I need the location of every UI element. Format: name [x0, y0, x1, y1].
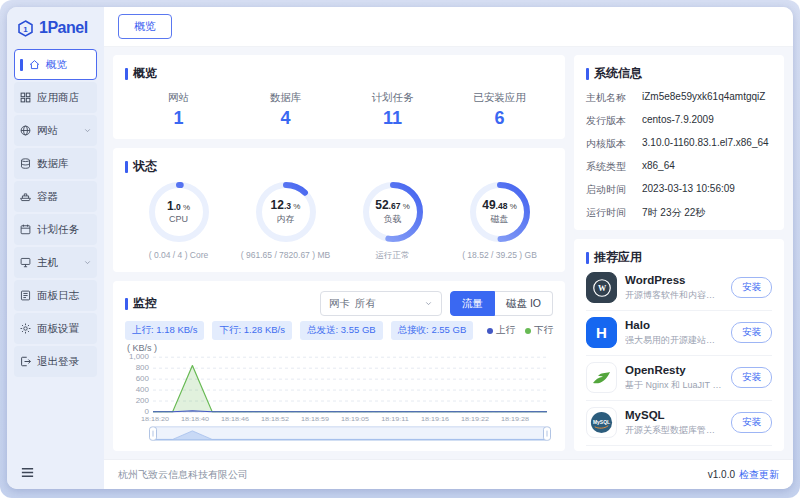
- gauge-label: 负载: [384, 213, 402, 226]
- logo-text: 1Panel: [39, 19, 88, 37]
- install-button[interactable]: 安装: [731, 412, 772, 433]
- logout-icon: [19, 355, 32, 368]
- system-info-label: 启动时间: [586, 183, 642, 197]
- app-window: 1 1Panel 概览应用商店网站数据库容器计划任务主机面板日志面板设置退出登录…: [0, 0, 800, 498]
- collapse-sidebar-button[interactable]: [20, 465, 35, 480]
- traffic-button[interactable]: 流量: [450, 291, 495, 316]
- app-name: MySQL: [625, 409, 723, 421]
- sidebar-item-panel-logs[interactable]: 面板日志: [14, 280, 97, 311]
- svg-text:18:18:20: 18:18:20: [141, 416, 169, 422]
- svg-text:18:19:22: 18:19:22: [461, 416, 489, 422]
- container-icon: [19, 190, 32, 203]
- mysql-logo: MySQL: [586, 407, 617, 438]
- system-info-row: 启动时间 2023-03-13 10:56:09: [586, 183, 772, 197]
- app-item-halo: H Halo 强大易用的开源建站工具 安装: [586, 311, 772, 356]
- system-info-label: 主机名称: [586, 91, 642, 105]
- host-icon: [19, 256, 32, 269]
- website-icon: [19, 124, 32, 137]
- home-icon: [28, 58, 41, 71]
- legend-item-下行[interactable]: 下行: [525, 324, 553, 337]
- check-update-link[interactable]: 检查更新: [739, 469, 779, 480]
- svg-text:W: W: [597, 284, 606, 293]
- sidebar: 1 1Panel 概览应用商店网站数据库容器计划任务主机面板日志面板设置退出登录: [7, 7, 104, 489]
- monitor-tags-row: 上行: 1.18 KB/s下行: 1.28 KB/s总发送: 3.55 GB总接…: [125, 322, 553, 339]
- title-bar-icon: [125, 68, 128, 80]
- cron-icon: [19, 223, 32, 236]
- content: 概览 网站 1数据库 4计划任务 11已安装应用 6 状态: [104, 47, 793, 459]
- sidebar-item-host[interactable]: 主机: [14, 247, 97, 278]
- sidebar-item-container[interactable]: 容器: [14, 181, 97, 212]
- sidebar-item-database[interactable]: 数据库: [14, 148, 97, 179]
- sidebar-item-label: 容器: [37, 190, 58, 204]
- monitor-mode-switch: 流量 磁盘 IO: [450, 291, 553, 316]
- app-description: 强大易用的开源建站工具: [625, 334, 723, 347]
- install-button[interactable]: 安装: [731, 367, 772, 388]
- main-area: 概览 概览 网站 1数据库 4计划任务 11已安装应用 6: [104, 7, 793, 489]
- sidebar-item-app-store[interactable]: 应用商店: [14, 82, 97, 113]
- traffic-tag: 总接收: 2.55 GB: [391, 321, 474, 340]
- system-info-label: 发行版本: [586, 114, 642, 128]
- status-gauge: 52.67 % 负载 运行正常: [339, 180, 446, 262]
- traffic-tags: 上行: 1.18 KB/s下行: 1.28 KB/s总发送: 3.55 GB总接…: [125, 321, 473, 340]
- network-select-value: 所有: [355, 297, 376, 311]
- recommended-apps-title: 推荐应用: [586, 249, 772, 266]
- gauge-value: 49.48 %: [482, 199, 517, 211]
- system-info-label: 内核版本: [586, 137, 642, 151]
- system-info-row: 系统类型 x86_64: [586, 160, 772, 174]
- status-gauges: 1.0 % CPU ( 0.04 / 4 ) Core 12.3 % 内存 ( …: [125, 180, 553, 262]
- sidebar-item-label: 面板设置: [37, 322, 79, 336]
- sidebar-item-cron-jobs[interactable]: 计划任务: [14, 214, 97, 245]
- stat-value-link[interactable]: 6: [446, 108, 553, 129]
- sidebar-menu: 概览应用商店网站数据库容器计划任务主机面板日志面板设置退出登录: [7, 49, 104, 455]
- stat-value-link[interactable]: 1: [125, 108, 232, 129]
- sidebar-item-overview[interactable]: 概览: [14, 49, 97, 80]
- status-gauge: 49.48 % 磁盘 ( 18.52 / 39.25 ) GB: [446, 180, 553, 262]
- chart-zoom-slider[interactable]: [125, 426, 553, 441]
- right-column: 系统信息 主机名称 iZm5e8e59yxk61q4amtgqiZ发行版本 ce…: [574, 55, 784, 451]
- title-bar-icon: [586, 252, 589, 264]
- system-info-row: 内核版本 3.10.0-1160.83.1.el7.x86_64: [586, 137, 772, 151]
- svg-text:1,000: 1,000: [129, 353, 149, 361]
- app-item-openresty: OpenResty 基于 Nginx 和 LuaJIT 的高性能 Web 平台 …: [586, 356, 772, 401]
- svg-text:18:18:40: 18:18:40: [181, 416, 209, 422]
- company-name: 杭州飞致云信息科技有限公司: [118, 468, 248, 482]
- topbar: 概览: [104, 7, 793, 47]
- gauge-label: CPU: [169, 214, 188, 224]
- legend-item-上行[interactable]: 上行: [487, 324, 515, 337]
- svg-text:18:19:28: 18:19:28: [501, 416, 529, 422]
- network-select[interactable]: 网卡 所有: [320, 291, 442, 316]
- stat-value-link[interactable]: 4: [232, 108, 339, 129]
- install-button[interactable]: 安装: [731, 322, 772, 343]
- install-button[interactable]: 安装: [731, 277, 772, 298]
- monitor-header: 监控 网卡 所有 流量 磁盘 IO: [125, 291, 553, 316]
- overview-card: 概览 网站 1数据库 4计划任务 11已安装应用 6: [113, 55, 565, 139]
- overview-stat: 数据库 4: [232, 91, 339, 129]
- title-bar-icon: [125, 161, 128, 173]
- svg-text:800: 800: [136, 364, 149, 372]
- stat-label: 数据库: [232, 91, 339, 105]
- version-label: v1.0.0: [708, 469, 735, 480]
- system-info-title: 系统信息: [586, 65, 772, 82]
- tab-overview[interactable]: 概览: [118, 14, 172, 39]
- sidebar-item-label: 面板日志: [37, 289, 79, 303]
- sidebar-item-website[interactable]: 网站: [14, 115, 97, 146]
- gauge-value: 52.67 %: [375, 199, 410, 211]
- app-name: Halo: [625, 319, 723, 331]
- app-logo[interactable]: 1 1Panel: [7, 7, 104, 49]
- monitor-card: 监控 网卡 所有 流量 磁盘 IO: [113, 281, 565, 451]
- system-info-value: iZm5e8e59yxk61q4amtgqiZ: [642, 91, 765, 105]
- svg-text:600: 600: [136, 375, 149, 383]
- system-info-rows: 主机名称 iZm5e8e59yxk61q4amtgqiZ发行版本 centos-…: [586, 91, 772, 220]
- logs-icon: [19, 289, 32, 302]
- footer: 杭州飞致云信息科技有限公司 v1.0.0检查更新: [104, 459, 793, 489]
- network-select-label: 网卡: [329, 297, 350, 311]
- app-description: 基于 Nginx 和 LuaJIT 的高性能 Web 平台: [625, 379, 723, 392]
- overview-title: 概览: [125, 65, 553, 82]
- stat-label: 已安装应用: [446, 91, 553, 105]
- sidebar-item-panel-settings[interactable]: 面板设置: [14, 313, 97, 344]
- chart-legend: 上行下行: [487, 324, 553, 337]
- sidebar-item-logout[interactable]: 退出登录: [14, 346, 97, 377]
- disk-io-button[interactable]: 磁盘 IO: [495, 291, 553, 316]
- system-info-value: centos-7.9.2009: [642, 114, 714, 128]
- stat-value-link[interactable]: 11: [339, 108, 446, 129]
